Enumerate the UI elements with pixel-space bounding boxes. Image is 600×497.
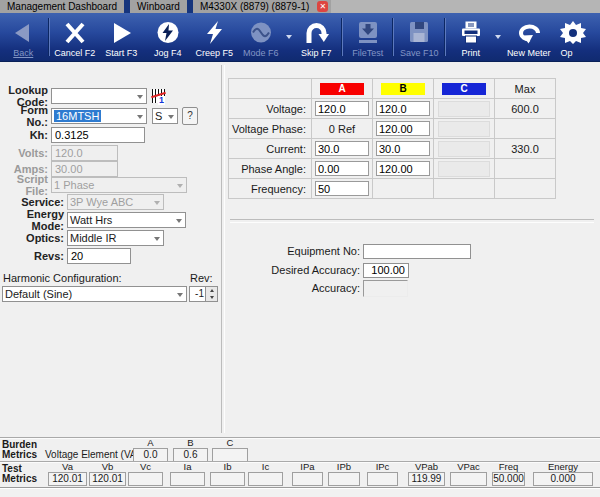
voltage-phase-a-ref: 0 Ref bbox=[312, 119, 373, 139]
tab-m4330x[interactable]: M4330X (8879) (8879-1) bbox=[193, 0, 317, 13]
back-button: Back bbox=[0, 13, 47, 61]
energy-mode-row: Energy Mode: Watt Hrs bbox=[2, 212, 186, 228]
chevron-down-icon bbox=[137, 95, 143, 99]
optics-row: Optics: Middle IR bbox=[2, 230, 164, 246]
test-col-energy: Energy 0.000 bbox=[533, 462, 593, 486]
phase-angle-a-input[interactable] bbox=[315, 161, 369, 176]
tab-close-icon[interactable]: ✕ bbox=[317, 1, 328, 12]
equipment-no-row: Equipment No: bbox=[210, 243, 471, 259]
rev-spinner-value[interactable]: -1 bbox=[189, 286, 206, 302]
new-meter-button[interactable]: New Meter bbox=[503, 13, 554, 61]
voltage-max: 600.0 bbox=[495, 99, 556, 119]
voltage-phase-b-input[interactable] bbox=[376, 121, 430, 136]
skip-button[interactable]: Skip F7 bbox=[293, 13, 340, 61]
vpac-field bbox=[450, 472, 487, 486]
row-label: Voltage: bbox=[229, 99, 312, 119]
back-arrow-icon bbox=[11, 17, 35, 48]
row-label: Voltage Phase: bbox=[229, 119, 312, 139]
filetest-button: FileTest bbox=[344, 13, 391, 61]
toolbar-separator bbox=[49, 18, 50, 56]
burden-metrics-bar: BurdenMetrics Voltage Element (VA): A 0.… bbox=[0, 437, 600, 462]
volts-input bbox=[51, 145, 118, 161]
volts-row: Volts: bbox=[2, 145, 118, 161]
revs-row: Revs: bbox=[2, 248, 131, 264]
print-dropdown-arrow[interactable] bbox=[494, 13, 503, 61]
burden-metrics-title: BurdenMetrics bbox=[2, 440, 37, 460]
table-header-row: A B C Max bbox=[229, 79, 556, 99]
mode-wave-icon bbox=[249, 17, 273, 48]
harmonic-configuration-label: Harmonic Configuration: bbox=[3, 272, 122, 284]
options-button[interactable]: Op bbox=[554, 13, 600, 61]
voltage-a-input[interactable] bbox=[315, 101, 369, 116]
play-icon bbox=[109, 17, 133, 48]
frequency-row: Frequency: bbox=[229, 179, 556, 199]
cancel-button[interactable]: Cancel F2 bbox=[52, 13, 99, 61]
toolbar-separator bbox=[393, 18, 394, 56]
ipb-field bbox=[328, 472, 360, 486]
voltage-element-label: Voltage Element (VA): bbox=[45, 449, 143, 460]
lightning-icon bbox=[202, 17, 226, 48]
energy-mode-combo[interactable]: Watt Hrs bbox=[67, 212, 186, 228]
jog-button[interactable]: Jog F4 bbox=[145, 13, 192, 61]
burden-a-field[interactable]: 0.0 bbox=[133, 448, 168, 462]
burden-c-field[interactable] bbox=[212, 448, 248, 462]
barcode-icon[interactable] bbox=[152, 89, 165, 103]
form-no-combo[interactable]: 16MTSH bbox=[51, 108, 147, 124]
desired-accuracy-input[interactable] bbox=[363, 263, 409, 278]
revs-input[interactable] bbox=[67, 248, 131, 264]
test-col-vpac: VPac bbox=[450, 462, 487, 486]
current-b-input[interactable] bbox=[376, 141, 430, 156]
jog-bolt-circle-icon bbox=[156, 17, 180, 48]
main-content: Lookup Code: Form No.: 16MTSH S ? Kh: Vo… bbox=[0, 62, 600, 437]
horizontal-divider bbox=[230, 219, 594, 223]
burden-b-field[interactable]: 0.6 bbox=[173, 448, 208, 462]
ic-field bbox=[248, 472, 283, 486]
vpab-field: 119.99 bbox=[408, 472, 445, 486]
ia-field bbox=[170, 472, 205, 486]
service-combo: 3P Wye ABC bbox=[67, 194, 164, 210]
row-label: Current: bbox=[229, 139, 312, 159]
test-metrics-bar: TestMetrics Va 120.01 Vb 120.01 Vc Ia Ib… bbox=[0, 461, 600, 488]
ipa-field bbox=[292, 472, 323, 486]
current-a-input[interactable] bbox=[315, 141, 369, 156]
save-button: Save F10 bbox=[396, 13, 443, 61]
test-col-ipc: IPc bbox=[367, 462, 398, 486]
row-label: Phase Angle: bbox=[229, 159, 312, 179]
phase-angle-b-input[interactable] bbox=[376, 161, 430, 176]
tab-winboard[interactable]: Winboard bbox=[130, 0, 187, 13]
start-button[interactable]: Start F3 bbox=[98, 13, 145, 61]
cancel-x-icon bbox=[63, 17, 87, 48]
voltage-b-input[interactable] bbox=[376, 101, 430, 116]
equipment-no-input[interactable] bbox=[363, 244, 471, 259]
optics-combo[interactable]: Middle IR bbox=[67, 230, 164, 246]
form-no-s-combo[interactable]: S bbox=[152, 108, 178, 124]
kh-input[interactable] bbox=[51, 127, 145, 143]
tab-management-dashboard[interactable]: Management Dashboard bbox=[0, 0, 124, 13]
voltage-phase-max bbox=[495, 119, 556, 139]
script-file-row: Script File: 1 Phase bbox=[2, 177, 187, 193]
test-col-va: Va 120.01 bbox=[48, 462, 87, 486]
vc-field bbox=[128, 472, 163, 486]
harmonic-configuration-combo[interactable]: Default (Sine) bbox=[2, 286, 187, 302]
window-tab-strip: Management Dashboard Winboard M4330X (88… bbox=[0, 0, 600, 13]
uturn-arrow-icon bbox=[303, 17, 329, 48]
return-arrow-icon bbox=[516, 17, 542, 48]
max-column-header: Max bbox=[495, 79, 556, 99]
lookup-code-combo[interactable] bbox=[51, 88, 147, 104]
print-button[interactable]: Print bbox=[447, 13, 494, 61]
form-no-help-button[interactable]: ? bbox=[182, 107, 198, 125]
phase-angle-row: Phase Angle: bbox=[229, 159, 556, 179]
chevron-down-icon bbox=[154, 237, 160, 241]
burden-col-b: B 0.6 bbox=[173, 438, 208, 462]
mode-dropdown-arrow[interactable] bbox=[284, 13, 293, 61]
creep-button[interactable]: Creep F5 bbox=[191, 13, 238, 61]
mode-button: Mode F6 bbox=[238, 13, 285, 61]
voltage-phase-c-disabled bbox=[438, 121, 490, 137]
frequency-a-input[interactable] bbox=[315, 181, 369, 196]
phase-b-chip: B bbox=[381, 83, 425, 95]
filetest-inbox-icon bbox=[356, 17, 380, 48]
accuracy-row: Accuracy: bbox=[210, 280, 408, 296]
gear-icon bbox=[560, 17, 586, 48]
ib-field bbox=[210, 472, 245, 486]
phase-c-chip: C bbox=[442, 83, 486, 95]
